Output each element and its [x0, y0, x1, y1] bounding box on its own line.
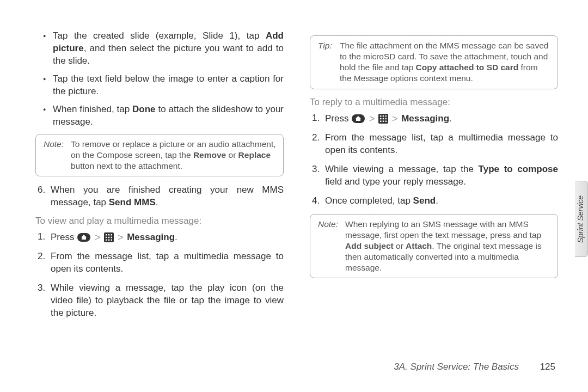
- chevron-icon: >: [95, 232, 101, 243]
- text: Tap the text field below the image to en…: [53, 74, 284, 96]
- svg-rect-8: [106, 240, 107, 241]
- tip-label: Tip:: [318, 40, 336, 51]
- text: Once completed, tap: [325, 195, 413, 206]
- svg-rect-20: [383, 120, 384, 122]
- svg-rect-7: [111, 237, 113, 238]
- list-item: 2. From the message list, tap a multimed…: [325, 132, 558, 157]
- bold-text: Type to compose: [479, 164, 558, 174]
- chevron-icon: >: [118, 232, 124, 243]
- tip-box: Tip: The file attachment on the MMS mess…: [310, 35, 558, 89]
- note-box: Note: When replying to an SMS message wi…: [310, 214, 558, 279]
- svg-rect-2: [106, 234, 107, 236]
- text: While viewing a message, tap the: [325, 164, 479, 174]
- step-number: 2.: [38, 250, 45, 263]
- text: Tap the created slide (example, Slide 1)…: [53, 30, 266, 41]
- svg-rect-6: [108, 237, 110, 238]
- svg-rect-19: [380, 120, 382, 122]
- section-heading: To reply to a multimedia message:: [310, 97, 558, 108]
- svg-rect-15: [385, 115, 387, 117]
- text: Press: [325, 113, 351, 123]
- bold-text: Messaging: [401, 113, 449, 123]
- bold-text: Add subject: [345, 241, 394, 250]
- page-footer: 3A. Sprint Service: The Basics 125: [394, 362, 555, 372]
- step-number: 1.: [312, 112, 320, 125]
- section-heading: To view and play a multimedia message:: [35, 216, 284, 226]
- numbered-list: 6. When you are finished creating your n…: [35, 184, 284, 209]
- chevron-icon: >: [392, 113, 398, 124]
- svg-rect-5: [106, 237, 107, 238]
- text: button next to the attachment.: [71, 161, 182, 170]
- left-column: Tap the created slide (example, Slide 1)…: [35, 30, 284, 319]
- text: or: [226, 150, 238, 160]
- text: From the message list, tap a multimedia …: [325, 132, 558, 155]
- bullet-list: Tap the created slide (example, Slide 1)…: [35, 30, 284, 128]
- step-number: 3.: [312, 163, 320, 176]
- footer-title: 3A. Sprint Service: The Basics: [394, 362, 519, 372]
- home-icon: [77, 232, 91, 242]
- page-content: Tap the created slide (example, Slide 1)…: [0, 0, 588, 319]
- step-number: 3.: [38, 282, 45, 295]
- right-column: Tip: The file attachment on the MMS mess…: [310, 30, 558, 319]
- note-label: Note:: [318, 219, 342, 230]
- note-label: Note:: [44, 139, 68, 150]
- page-number: 125: [540, 362, 555, 372]
- list-item: 4. Once completed, tap Send.: [325, 195, 558, 207]
- text: .: [175, 232, 177, 242]
- text: From the message list, tap a multimedia …: [51, 251, 284, 274]
- list-item: 3. While viewing a message, tap the Type…: [325, 163, 558, 188]
- text: Press: [51, 232, 77, 242]
- text: .: [436, 195, 438, 206]
- svg-rect-9: [108, 240, 110, 241]
- svg-rect-17: [383, 118, 384, 119]
- text: or: [394, 241, 406, 250]
- numbered-list: 1. Press > > Messaging. 2. From the mess…: [35, 231, 284, 320]
- note-box: Note: To remove or replace a picture or …: [35, 134, 284, 176]
- text: .: [449, 113, 452, 123]
- apps-grid-icon: [378, 114, 388, 124]
- text: When you are finished creating your new …: [51, 185, 284, 207]
- bold-text: Attach: [406, 241, 432, 250]
- side-tab: Sprint Service: [575, 181, 588, 257]
- bold-text: Messaging: [127, 232, 175, 242]
- svg-rect-21: [385, 120, 387, 122]
- list-item: When finished, tap Done to attach the sl…: [53, 103, 284, 128]
- list-item: 1. Press > > Messaging.: [325, 112, 558, 125]
- step-number: 6.: [38, 184, 45, 197]
- step-number: 2.: [312, 132, 320, 144]
- apps-grid-icon: [104, 232, 114, 242]
- list-item: 6. When you are finished creating your n…: [51, 184, 284, 209]
- text: field and type your reply message.: [325, 176, 466, 187]
- list-item: 3. While viewing a message, tap the play…: [51, 282, 284, 320]
- numbered-list: 1. Press > > Messaging. 2. From the mess…: [310, 112, 558, 207]
- list-item: 2. From the message list, tap a multimed…: [51, 250, 284, 275]
- text: .: [156, 197, 158, 207]
- home-icon: [351, 114, 365, 124]
- svg-rect-3: [108, 234, 110, 236]
- text: While viewing a message, tap the play ic…: [51, 283, 284, 318]
- note-body: To remove or replace a picture or an aud…: [71, 139, 277, 171]
- step-number: 4.: [312, 195, 320, 207]
- svg-rect-14: [383, 115, 384, 117]
- bold-text: Copy attached to SD card: [416, 63, 519, 72]
- chevron-icon: >: [369, 113, 375, 124]
- text: When replying to an SMS message with an …: [345, 219, 541, 240]
- svg-rect-4: [111, 234, 113, 236]
- svg-rect-16: [380, 118, 382, 119]
- bold-text: Send MMS: [109, 197, 156, 207]
- list-item: Tap the text field below the image to en…: [53, 73, 284, 98]
- svg-rect-10: [111, 240, 113, 241]
- step-number: 1.: [38, 231, 45, 243]
- svg-rect-18: [385, 118, 387, 119]
- bold-text: Done: [132, 104, 156, 114]
- list-item: 1. Press > > Messaging.: [51, 231, 284, 244]
- text: , and then select the picture you want t…: [53, 43, 284, 66]
- svg-rect-13: [380, 115, 382, 117]
- note-body: When replying to an SMS message with an …: [345, 219, 551, 274]
- tip-body: The file attachment on the MMS message c…: [340, 40, 551, 84]
- list-item: Tap the created slide (example, Slide 1)…: [53, 30, 284, 68]
- bold-text: Replace: [238, 150, 271, 160]
- bold-text: Send: [413, 195, 436, 206]
- text: When finished, tap: [53, 104, 132, 114]
- bold-text: Remove: [193, 150, 226, 160]
